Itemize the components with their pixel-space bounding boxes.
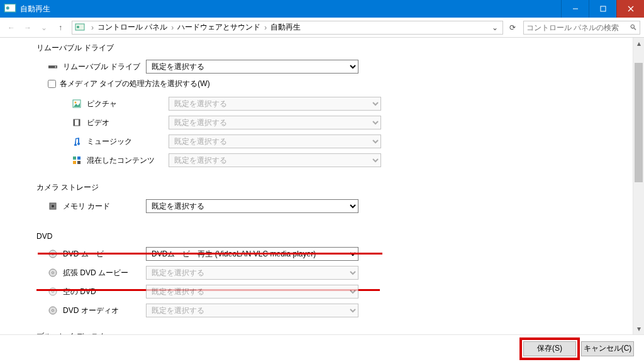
svg-point-1	[6, 6, 9, 9]
section-camera-storage: カメラ ストレージ	[36, 182, 633, 193]
scroll-down-icon[interactable]: ▾	[633, 323, 644, 334]
video-icon	[72, 119, 82, 126]
drive-icon	[48, 63, 58, 70]
disc-icon	[48, 269, 58, 277]
close-button[interactable]	[616, 0, 644, 18]
search-box[interactable]: 🔍︎	[523, 21, 640, 35]
music-select: 既定を選択する	[169, 134, 381, 148]
row-dvd-audio: DVD オーディオ 既定を選択する	[48, 304, 633, 317]
mixed-icon	[72, 156, 82, 164]
checkbox-media-types-input[interactable]	[48, 80, 56, 88]
ext-dvd-movie-select: 既定を選択する	[146, 266, 358, 280]
save-button[interactable]: 保存(S)	[523, 341, 576, 356]
section-removable-drives: リムーバブル ドライブ	[36, 43, 633, 53]
titlebar: 自動再生	[0, 0, 644, 18]
pictures-label: ピクチャ	[87, 99, 169, 109]
dvd-audio-label: DVD オーディオ	[63, 305, 146, 316]
app-icon	[4, 3, 16, 15]
footer: 保存(S) キャンセル(C)	[0, 334, 644, 362]
dvd-audio-select: 既定を選択する	[146, 304, 358, 317]
svg-point-24	[52, 272, 54, 274]
mixed-label: 混在したコンテンツ	[87, 155, 169, 166]
svg-rect-3	[601, 6, 606, 11]
svg-rect-9	[55, 66, 57, 68]
checkbox-media-types[interactable]: 各メディア タイプの処理方法を選択する(W)	[48, 79, 633, 89]
picture-icon	[72, 100, 82, 107]
svg-rect-16	[77, 156, 80, 160]
row-ext-dvd-movie: 拡張 DVD ムービー 既定を選択する	[48, 266, 633, 280]
up-button[interactable]: ↑	[53, 20, 68, 35]
search-input[interactable]	[526, 23, 637, 32]
row-pictures: ピクチャ 既定を選択する	[72, 97, 633, 111]
removable-drive-select[interactable]: 既定を選択する	[146, 60, 358, 74]
minimize-button[interactable]	[561, 0, 589, 18]
section-dvd: DVD	[36, 232, 633, 241]
breadcrumb[interactable]: › コントロール パネル › ハードウェアとサウンド › 自動再生 ⌄	[72, 21, 503, 35]
checkbox-media-types-label: 各メディア タイプの処理方法を選択する(W)	[60, 79, 210, 89]
breadcrumb-item-hardware[interactable]: ハードウェアとサウンド	[177, 22, 260, 33]
blank-dvd-select: 既定を選択する	[146, 285, 358, 299]
cancel-button[interactable]: キャンセル(C)	[581, 341, 634, 356]
mixed-select: 既定を選択する	[169, 153, 381, 167]
svg-point-7	[77, 26, 79, 28]
breadcrumb-item-control-panel[interactable]: コントロール パネル	[97, 22, 167, 33]
memory-card-icon	[48, 202, 58, 210]
breadcrumb-item-autoplay[interactable]: 自動再生	[270, 22, 301, 33]
chevron-right-icon: ›	[171, 23, 174, 32]
search-icon: 🔍︎	[630, 23, 637, 32]
svg-point-28	[52, 310, 54, 312]
svg-rect-18	[77, 161, 80, 164]
row-mixed: 混在したコンテンツ 既定を選択する	[72, 153, 633, 167]
breadcrumb-icon	[75, 23, 85, 33]
svg-point-20	[52, 205, 54, 207]
memory-card-label: メモリ カード	[63, 201, 146, 212]
pictures-select: 既定を選択する	[169, 97, 381, 111]
refresh-button[interactable]: ⟳	[506, 21, 519, 35]
content-panel: リムーバブル ドライブ リムーバブル ドライブ 既定を選択する 各メディア タイ…	[0, 38, 633, 334]
recent-button[interactable]: ⌄	[36, 20, 52, 35]
scroll-up-icon[interactable]: ▴	[633, 38, 644, 49]
chevron-right-icon: ›	[264, 23, 267, 32]
forward-button[interactable]: →	[20, 20, 35, 35]
svg-rect-13	[74, 119, 75, 126]
row-blank-dvd: 空の DVD 既定を選択する	[48, 285, 633, 299]
window-title: 自動再生	[20, 4, 561, 14]
video-label: ビデオ	[87, 118, 169, 128]
svg-rect-17	[73, 161, 76, 164]
highlight-underline	[38, 253, 382, 255]
svg-point-11	[75, 102, 77, 104]
vertical-scrollbar[interactable]: ▴ ▾	[633, 38, 644, 334]
removable-drive-label: リムーバブル ドライブ	[63, 62, 146, 72]
svg-rect-14	[79, 119, 80, 126]
back-button[interactable]: ←	[4, 20, 19, 35]
ext-dvd-movie-label: 拡張 DVD ムービー	[63, 268, 146, 278]
navbar: ← → ⌄ ↑ › コントロール パネル › ハードウェアとサウンド › 自動再…	[0, 18, 644, 38]
music-label: ミュージック	[87, 136, 169, 147]
row-video: ビデオ 既定を選択する	[72, 116, 633, 129]
memory-card-select[interactable]: 既定を選択する	[146, 199, 358, 213]
video-select: 既定を選択する	[169, 116, 381, 129]
row-removable-drive: リムーバブル ドライブ 既定を選択する	[48, 60, 633, 74]
breadcrumb-dropdown-icon[interactable]: ⌄	[490, 23, 500, 32]
row-music: ミュージック 既定を選択する	[72, 134, 633, 148]
maximize-button[interactable]	[589, 0, 616, 18]
scrollbar-thumb[interactable]	[635, 63, 643, 182]
disc-icon	[48, 307, 58, 314]
music-icon	[72, 138, 82, 145]
chevron-right-icon: ›	[91, 23, 94, 32]
row-memory-card: メモリ カード 既定を選択する	[48, 199, 633, 213]
blank-dvd-label: 空の DVD	[63, 287, 146, 297]
svg-rect-15	[73, 156, 76, 160]
